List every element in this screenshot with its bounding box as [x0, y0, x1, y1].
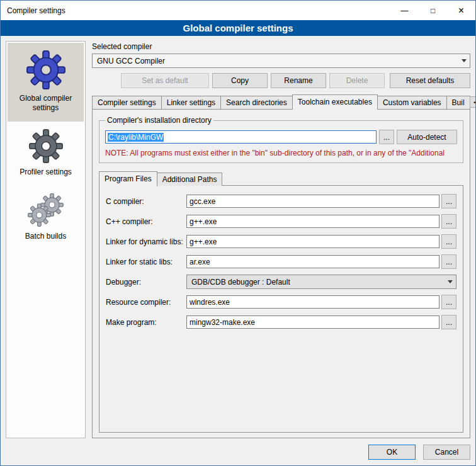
tab-toolchain-executables[interactable]: Toolchain executables [292, 94, 378, 110]
compiler-actions: Set as default Copy Rename Delete Reset … [92, 73, 470, 88]
close-icon: × [458, 5, 464, 16]
install-dir-note: NOTE: All programs must exist either in … [105, 149, 457, 157]
debugger-label: Debugger: [106, 278, 186, 287]
titlebar: Compiler settings — □ × [1, 1, 475, 20]
chevron-down-icon [458, 54, 470, 67]
close-button[interactable]: × [447, 1, 475, 20]
cpp-compiler-label: C++ compiler: [106, 217, 186, 226]
linker-dynamic-input[interactable] [186, 235, 439, 248]
tab-scroll-left-button[interactable]: ◄ [470, 96, 476, 108]
make-program-row: Make program: ... [106, 315, 456, 329]
set-as-default-button: Set as default [121, 73, 209, 88]
make-program-browse-button[interactable]: ... [441, 315, 456, 329]
settings-sidebar: Global compiler settings [6, 41, 86, 438]
make-program-input[interactable] [186, 315, 439, 329]
sidebar-item-global-compiler-settings[interactable]: Global compiler settings [8, 43, 84, 122]
linker-static-input[interactable] [186, 255, 439, 268]
linker-static-browse-button[interactable]: ... [441, 254, 456, 269]
window-title: Compiler settings [1, 6, 65, 15]
ok-button[interactable]: OK [368, 445, 416, 460]
install-dir-browse-button[interactable]: ... [379, 130, 394, 144]
resource-compiler-browse-button[interactable]: ... [441, 295, 456, 309]
cancel-button[interactable]: Cancel [423, 445, 470, 460]
debugger-dropdown[interactable]: GDB/CDB debugger : Default [186, 275, 456, 289]
rename-button[interactable]: Rename [271, 73, 326, 88]
compiler-settings-dialog: Compiler settings — □ × Global compiler … [0, 0, 476, 466]
maximize-button[interactable]: □ [419, 1, 447, 20]
tab-linker-settings[interactable]: Linker settings [161, 96, 221, 109]
c-compiler-row: C compiler: ... [106, 194, 456, 208]
resource-compiler-label: Resource compiler: [106, 298, 186, 307]
executables-subtab-strip: Program Files Additional Paths [99, 171, 463, 186]
delete-button: Delete [329, 73, 385, 88]
resource-compiler-row: Resource compiler: ... [106, 295, 456, 309]
install-dir-group-label: Compiler's installation directory [105, 116, 213, 125]
debugger-row: Debugger: GDB/CDB debugger : Default [106, 275, 456, 289]
linker-static-row: Linker for static libs: ... [106, 254, 456, 269]
make-program-label: Make program: [106, 318, 186, 327]
tab-build-options-truncated[interactable]: Buil [446, 96, 470, 109]
sidebar-item-label: Batch builds [25, 232, 66, 241]
page-title: Global compiler settings [1, 20, 475, 36]
cpp-compiler-row: C++ compiler: ... [106, 214, 456, 229]
main-content: Selected compiler GNU GCC Compiler Set a… [92, 41, 470, 438]
debugger-value: GDB/CDB debugger : Default [191, 278, 290, 287]
program-files-panel: C compiler: ... C++ compiler: ... Linker… [99, 185, 463, 433]
install-dir-input[interactable]: C:\raylib\MinGW [105, 130, 377, 144]
cpp-compiler-browse-button[interactable]: ... [441, 214, 456, 229]
cpp-compiler-input[interactable] [186, 215, 439, 228]
install-dir-value: C:\raylib\MinGW [108, 133, 164, 142]
global-compiler-settings-gear-icon [26, 50, 65, 89]
window-controls: — □ × [390, 1, 475, 20]
install-dir-row: C:\raylib\MinGW ... Auto-detect [105, 130, 457, 144]
sidebar-item-label: Global compiler settings [10, 94, 81, 113]
sidebar-item-batch-builds[interactable]: Batch builds [8, 186, 84, 250]
selected-compiler-dropdown[interactable]: GNU GCC Compiler [92, 54, 470, 68]
tab-custom-variables[interactable]: Custom variables [377, 96, 447, 109]
compiler-tab-strip: Compiler settings Linker settings Search… [92, 94, 470, 109]
tab-search-directories[interactable]: Search directories [220, 96, 293, 109]
chevron-down-icon [445, 275, 456, 288]
arrow-left-icon: ◄ [472, 99, 476, 105]
dialog-footer: OK Cancel [1, 441, 475, 465]
linker-dynamic-row: Linker for dynamic libs: ... [106, 234, 456, 249]
sidebar-item-label: Profiler settings [20, 168, 72, 177]
tab-compiler-settings[interactable]: Compiler settings [92, 96, 162, 109]
sidebar-item-profiler-settings[interactable]: Profiler settings [8, 122, 84, 186]
selected-compiler-label: Selected compiler [92, 42, 470, 51]
dialog-body: Global compiler settings [1, 36, 475, 441]
maximize-icon: □ [431, 6, 435, 15]
profiler-settings-icon [29, 129, 63, 163]
tab-scroll-controls: ◄ ► [470, 96, 476, 109]
c-compiler-browse-button[interactable]: ... [441, 194, 456, 208]
subtab-program-files[interactable]: Program Files [99, 171, 157, 186]
install-dir-group: Compiler's installation directory C:\ray… [99, 116, 463, 163]
copy-button[interactable]: Copy [212, 73, 268, 88]
linker-dynamic-browse-button[interactable]: ... [441, 234, 456, 249]
linker-dynamic-label: Linker for dynamic libs: [106, 237, 186, 246]
toolchain-executables-panel: Compiler's installation directory C:\ray… [92, 109, 470, 438]
c-compiler-input[interactable] [186, 195, 439, 208]
linker-static-label: Linker for static libs: [106, 258, 186, 266]
resource-compiler-input[interactable] [186, 295, 439, 309]
reset-defaults-button[interactable]: Reset defaults [390, 73, 470, 88]
subtab-additional-paths[interactable]: Additional Paths [157, 173, 223, 186]
auto-detect-button[interactable]: Auto-detect [397, 130, 457, 144]
minimize-button[interactable]: — [390, 1, 419, 20]
c-compiler-label: C compiler: [106, 197, 186, 206]
batch-builds-gears-icon [28, 193, 64, 227]
selected-compiler-value: GNU GCC Compiler [97, 57, 165, 65]
minimize-icon: — [401, 6, 409, 15]
